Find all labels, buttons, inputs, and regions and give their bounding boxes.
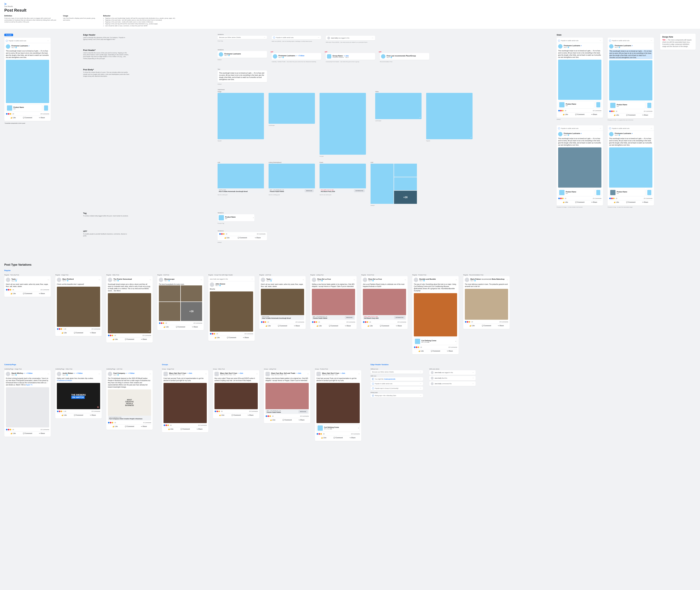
author-name[interactable]: Firstname Lastname: [11, 45, 28, 47]
link-host: TASTY.COM: [219, 189, 263, 191]
product-tag[interactable]: Product Name$20 ›: [218, 214, 255, 221]
edge-header-inline[interactable]: Popular in subtle serial roots ⋯: [6, 39, 49, 42]
post-header-default[interactable]: Firstname LastnameSep 9 🌐: [218, 51, 267, 58]
author-name[interactable]: Firstname Lastname: [224, 53, 241, 55]
tag-heading: Tag: [83, 212, 148, 214]
variation-caption: With Actor Photo (09/20) - Use when post…: [326, 41, 372, 43]
tbd-tag: TBD: [379, 51, 382, 53]
post-header[interactable]: Firstname Lastname ✔ Sep 9 🌐: [6, 44, 49, 49]
avatar[interactable]: [381, 54, 385, 59]
variation-caption: Default: [218, 242, 264, 243]
overflow-icon[interactable]: ⋯: [372, 37, 374, 39]
ufi-heading: UFI*: [83, 230, 148, 232]
edge-variant[interactable]: #You might like #makeuptutorials⋯: [371, 377, 423, 381]
essential-footnote: * Essential components to form a post: [4, 122, 52, 124]
variation-caption: Post Only: [218, 40, 264, 42]
like-button[interactable]: 👍 Like: [219, 236, 234, 239]
overflow-icon[interactable]: ⋯: [47, 40, 49, 41]
post-header-celebrity[interactable]: Firstname Lastname ✔ · + FollowSep 9 🌐: [272, 53, 321, 60]
post-media-grid[interactable]: +16: [159, 285, 202, 321]
avatar[interactable]: [558, 44, 563, 48]
overflow-icon[interactable]: ⋯: [47, 279, 49, 281]
grid-more[interactable]: +16: [181, 302, 202, 321]
edge-variant[interactable]: Because you follow James Charles⋯: [371, 370, 423, 374]
overflow-icon[interactable]: ⋯: [318, 37, 319, 38]
edge-variant[interactable]: Popular topic in Group X (Community)⋯: [371, 387, 423, 390]
page-title: Post Result: [4, 8, 696, 13]
expand-icon[interactable]: ⤢: [148, 330, 150, 332]
post-header-recommendation[interactable]: First Last recommends Place/GroupSep 9 🌐: [380, 53, 429, 60]
edge-header-variation: Edge Header Variation Without icon Becau…: [371, 364, 423, 398]
product-tag[interactable]: Curl Defining Creme$20 | Now $40›: [414, 338, 457, 345]
regular-text-post: Regular · Text only Post Tasty ✔Sep 9 🌐⋯…: [4, 274, 51, 297]
state-text-pressed-card: Popular in subtle serial roots⋯ Firstnam…: [608, 37, 654, 118]
avatar[interactable]: [327, 54, 331, 59]
post-media[interactable]: 🔇⤢: [108, 293, 151, 333]
post-body-text[interactable]: This sourdough recipe is as no-knead as …: [6, 50, 49, 59]
comment-count[interactable]: 23 Comments: [40, 113, 49, 115]
edge-variation-post-only[interactable]: Because you follow James Charles⋯: [218, 36, 267, 39]
edge-variation-with-icon[interactable]: Popular in subtle serial roots⋯: [272, 36, 321, 39]
edge-text: Jane Daily was tagged in this: [210, 278, 228, 280]
mute-icon[interactable]: 🔇: [97, 406, 99, 408]
trending-icon: ↗: [372, 395, 374, 397]
behavior-item: Tapping on the post body - media will en…: [105, 21, 696, 23]
grid-more[interactable]: +16: [394, 191, 417, 204]
avatar[interactable]: [219, 52, 223, 57]
ptv-heading: Post Type Variations: [4, 263, 696, 267]
page-header: Line Results Post Result Definition Post…: [0, 0, 700, 29]
attachment-video-square: ⤢Square: [426, 93, 473, 141]
share-button[interactable]: ↪ Share: [250, 236, 266, 239]
edge-variant[interactable]: ↗Rising topic • Mix n Blending Glam⋯: [371, 394, 423, 397]
edge-variant[interactable]: Jane Daily commented this⋯: [429, 381, 476, 386]
behavior-block: Behavior Tapping on the post header/edge…: [103, 15, 696, 27]
grid-label: Grid: [371, 162, 417, 163]
avatar[interactable]: [6, 278, 10, 282]
message-button[interactable]: MESSAGE: [305, 189, 314, 192]
post-body-text-variant[interactable]: This sourdough recipe is as no-knead as …: [218, 71, 267, 82]
mute-icon[interactable]: 🔇: [109, 330, 111, 332]
comment-button[interactable]: 💬 Comment: [234, 236, 250, 239]
event-label: Event: [319, 162, 366, 163]
post-header-heading: Post Header*: [83, 49, 148, 51]
attachment-listing: Listing (Marketplace) $25 · LOS ANGELES,…: [269, 162, 315, 206]
expand-icon[interactable]: ⤢: [419, 116, 421, 118]
overflow-icon[interactable]: ⋯: [264, 36, 266, 38]
variation-caption: Celebrity / Verified Profile - Use when …: [272, 61, 318, 63]
post-media[interactable]: [57, 287, 100, 327]
product-thumb: [44, 105, 48, 111]
expand-icon[interactable]: ⤢: [470, 136, 472, 138]
see-more-button[interactable]: See More: [114, 290, 120, 292]
product-tag[interactable]: Product Name$20: [6, 104, 42, 112]
author-name[interactable]: First Last: [387, 55, 394, 57]
like-react-icon: [6, 113, 8, 115]
attachment-link: Link TASTY.COMHow To Make Homemade Sourd…: [218, 162, 264, 206]
post-media[interactable]: [6, 60, 49, 103]
edge-variation-with-actor[interactable]: Jane Daily was tagged in this⋯: [326, 36, 375, 40]
interested-button[interactable]: INTERESTED: [394, 316, 405, 319]
join-button[interactable]: + Join: [344, 55, 348, 57]
edge-variant[interactable]: Popular in subtle serial roots⋯: [371, 382, 423, 386]
group-image-post: Group · Image Post Wavy Hair Don't Care …: [162, 368, 208, 432]
author-name[interactable]: Firstname Lastname: [279, 55, 295, 57]
verified-icon: ✔: [295, 55, 297, 57]
edge-variant[interactable]: Jane Daily was tagged in this⋯: [429, 370, 476, 375]
example-chip: Example: [4, 34, 13, 36]
comment-button[interactable]: 💬 Comment: [20, 116, 34, 119]
tag-text: To surface related entity tagged within …: [83, 215, 129, 217]
edge-variant[interactable]: Jane Daily liked this⋯: [429, 376, 476, 380]
message-button[interactable]: MESSAGE: [345, 316, 354, 319]
verified-icon: ✔: [28, 45, 30, 47]
definition-block: Definition Posts are a type of Line resu…: [4, 15, 57, 27]
product-tag-more[interactable]: [43, 104, 49, 112]
state-tag-pressed-card: Popular in subtle serial roots⋯ Firstnam…: [608, 125, 654, 205]
avatar[interactable]: [273, 54, 277, 59]
interested-button[interactable]: INTERESTED: [354, 189, 365, 192]
like-button[interactable]: 👍 Like: [6, 116, 20, 119]
avatar[interactable]: [6, 44, 10, 49]
post-header-community[interactable]: Group Name · + JoinFirstname Lastname · …: [326, 53, 375, 60]
share-button[interactable]: ↪ Share: [35, 116, 49, 119]
attachment-image-landscape: Landscape: [269, 93, 315, 157]
follow-button[interactable]: + Follow: [298, 55, 304, 57]
group-name[interactable]: Group Name: [332, 55, 343, 57]
